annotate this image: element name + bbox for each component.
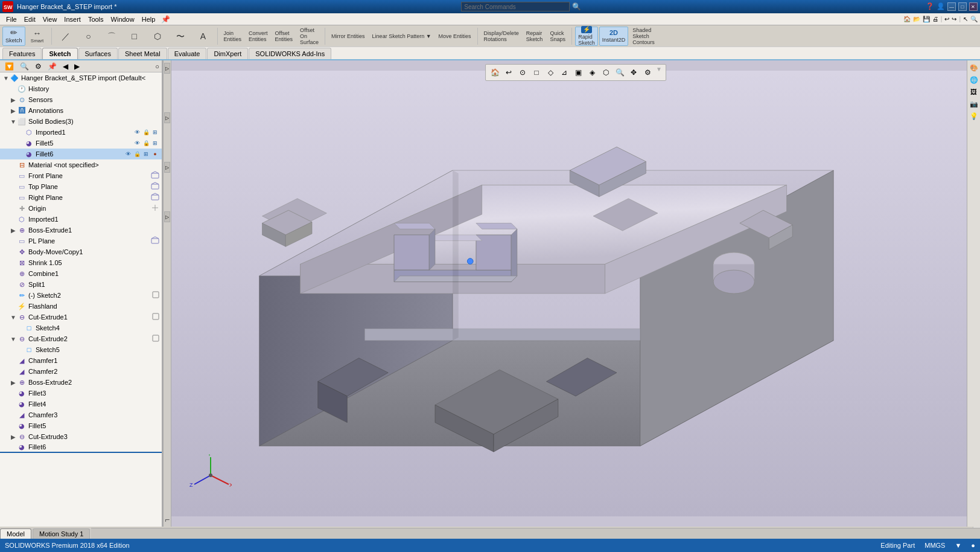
restore-button[interactable]: □ (958, 2, 967, 11)
undo-icon[interactable]: ↩ (944, 16, 949, 22)
divider-btn-1[interactable]: ▷ (164, 63, 170, 74)
tree-sensors[interactable]: ▶ ⊙ Sensors (0, 94, 162, 105)
save-icon[interactable]: 💾 (923, 16, 930, 22)
tree-boss-extrude1[interactable]: ▶ ⊕ Boss-Extrude1 (0, 225, 162, 236)
instant2d-btn[interactable]: 2D Instant2D (599, 27, 629, 46)
tree-fillet5[interactable]: ◕ Fillet5 👁 🔒 ⊞ (0, 138, 162, 149)
ft-search-btn[interactable]: 🔍 (18, 61, 31, 72)
f6-lock-btn[interactable]: 🔒 (133, 150, 141, 158)
menu-tools[interactable]: Tools (84, 14, 107, 24)
polygon-tool-btn[interactable]: ⬡ (147, 27, 168, 46)
minimize-button[interactable]: — (947, 2, 956, 11)
rapid-sketch-btn[interactable]: ⚡ RapidSketch (575, 27, 598, 46)
tab-sheet-metal[interactable]: Sheet Metal (118, 48, 167, 59)
zoom-icon[interactable]: 🔍 (970, 16, 978, 22)
print-icon[interactable]: 🖨 (932, 16, 938, 22)
tree-material[interactable]: ⊟ Material <not specified> (0, 159, 162, 170)
tree-split1[interactable]: ⊘ Split1 (0, 279, 162, 290)
tree-flashland[interactable]: ⚡ Flashland (0, 301, 162, 312)
spline-tool-btn[interactable]: 〜 (170, 27, 191, 46)
offset-on-surface-btn[interactable]: OffsetOnSurface (297, 27, 322, 46)
circle-tool-btn[interactable]: ○ (78, 27, 100, 46)
view-section-btn[interactable]: □ (530, 66, 543, 79)
bottom-tab-model[interactable]: Model (0, 528, 31, 539)
tree-cut-extrude2[interactable]: ▼ ⊖ Cut-Extrude2 (0, 333, 162, 344)
tree-cut-extrude3[interactable]: ▶ ⊖ Cut-Extrude3 (0, 431, 162, 442)
text-tool-btn[interactable]: A (192, 27, 214, 46)
view-settings-btn[interactable]: ⚙ (641, 66, 654, 79)
f6-eye-btn[interactable]: 👁 (124, 150, 132, 158)
help-icon[interactable]: ❓ (926, 2, 934, 11)
divider-btn-3[interactable]: ▷ (164, 162, 170, 173)
tree-chamfer2[interactable]: ◢ Chamfer2 (0, 366, 162, 377)
join-entities-btn[interactable]: JoinEntities (221, 27, 245, 46)
line-tool-btn[interactable]: ／ (55, 27, 77, 46)
tree-sketch4[interactable]: □ Sketch4 (0, 323, 162, 333)
tree-combine1[interactable]: ⊕ Combine1 (0, 268, 162, 279)
ft-filter-btn[interactable]: 🔽 (2, 61, 16, 72)
f5-eye-btn[interactable]: 👁 (133, 139, 141, 147)
rect-tool-btn[interactable]: □ (124, 27, 145, 46)
rp-btn-5[interactable]: 💡 (969, 111, 979, 121)
offset-entities-btn[interactable]: OffsetEntities (272, 27, 296, 46)
tree-fillet4[interactable]: ◕ Fillet4 (0, 399, 162, 409)
tab-dimxpert[interactable]: DimXpert (207, 48, 248, 59)
tree-right-plane[interactable]: ▭ Right Plane (0, 192, 162, 203)
f6-more-btn[interactable]: ⊞ (142, 150, 150, 158)
rp-btn-2[interactable]: 🌐 (969, 75, 979, 85)
sketch-button[interactable]: ✏ Sketch (2, 27, 25, 46)
rp-btn-1[interactable]: 🎨 (969, 63, 979, 72)
tree-fillet3[interactable]: ◕ Fillet3 (0, 388, 162, 399)
pin-icon[interactable]: 📌 (159, 14, 173, 24)
move-entities-btn[interactable]: Move Entities (436, 27, 474, 46)
tree-solid-bodies[interactable]: ▼ ⬜ Solid Bodies(3) (0, 116, 162, 127)
tree-sketch5[interactable]: □ Sketch5 (0, 344, 162, 355)
shaded-sketch-btn[interactable]: ShadedSketchContours (629, 27, 658, 46)
tree-chamfer3[interactable]: ◢ Chamfer3 (0, 409, 162, 420)
smart-dimension-button[interactable]: ↔ Smart (27, 27, 48, 46)
tree-imported1[interactable]: ⬡ Imported1 👁 🔒 ⊞ (0, 127, 162, 138)
tree-top-plane[interactable]: ▭ Top Plane (0, 181, 162, 192)
redo-icon[interactable]: ↪ (952, 16, 956, 22)
tree-fillet6b[interactable]: ◕ Fillet6 (0, 442, 162, 453)
view-realview-btn[interactable]: ◈ (585, 66, 599, 79)
tree-boss-extrude2[interactable]: ▶ ⊕ Boss-Extrude2 (0, 377, 162, 388)
quick-snaps-btn[interactable]: QuickSnaps (547, 27, 568, 46)
view-zoom-btn[interactable]: 🔍 (613, 66, 626, 79)
menu-window[interactable]: Window (107, 14, 138, 24)
tree-annotations[interactable]: ▶ 🅰 Annotations (0, 105, 162, 116)
imp1-eye-btn[interactable]: 👁 (133, 128, 141, 136)
tab-features[interactable]: Features (2, 48, 42, 59)
ft-expand-btn[interactable]: ◀ (60, 61, 71, 72)
tab-sketch[interactable]: Sketch (42, 48, 77, 59)
3d-viewport[interactable]: 🏠 ↩ ⊙ □ ◇ ⊿ ▣ ◈ ⬡ 🔍 ✥ ⚙ ▼ X Y (171, 60, 980, 527)
tree-cut-extrude1[interactable]: ▼ ⊖ Cut-Extrude1 (0, 312, 162, 323)
tab-addins[interactable]: SOLIDWORKS Add-Ins (249, 48, 331, 59)
view-light-btn[interactable]: ⊿ (558, 66, 571, 79)
display-delete-btn[interactable]: Display/DeleteRotations (481, 27, 522, 46)
rp-btn-3[interactable]: 🖼 (969, 87, 979, 97)
ft-close-btn[interactable]: ○ (155, 63, 159, 70)
menu-edit[interactable]: Edit (21, 14, 39, 24)
tree-history[interactable]: 🕐 History (0, 83, 162, 94)
menu-help[interactable]: Help (138, 14, 159, 24)
repair-sketch-btn[interactable]: RepairSketch (523, 27, 546, 46)
unit-dropdown-icon[interactable]: ▼ (955, 542, 961, 549)
tree-imported1b[interactable]: ⬡ Imported1 (0, 214, 162, 225)
view-home-btn[interactable]: 🏠 (488, 66, 501, 79)
divider-btn-2[interactable]: ▷ (164, 112, 170, 123)
bottom-tab-motion[interactable]: Motion Study 1 (33, 528, 90, 539)
tree-fillet6[interactable]: ◕ Fillet6 👁 🔒 ⊞ ● (0, 149, 162, 159)
view-previous-btn[interactable]: ↩ (502, 66, 515, 79)
close-button[interactable]: ✕ (969, 2, 978, 11)
divider-btn-4[interactable]: ▷ (164, 211, 170, 222)
f6-extra-btn[interactable]: ● (151, 150, 159, 158)
user-icon[interactable]: 👤 (937, 2, 945, 11)
tab-evaluate[interactable]: Evaluate (168, 48, 207, 59)
menu-file[interactable]: File (2, 14, 21, 24)
new-icon[interactable]: 🏠 (903, 16, 911, 22)
tree-sketch2[interactable]: ✏ (-) Sketch2 (0, 290, 162, 301)
search-commands-input[interactable] (461, 2, 570, 11)
ft-settings-btn[interactable]: ⚙ (33, 61, 44, 72)
tree-shrink[interactable]: ⊠ Shrink 1.05 (0, 257, 162, 268)
